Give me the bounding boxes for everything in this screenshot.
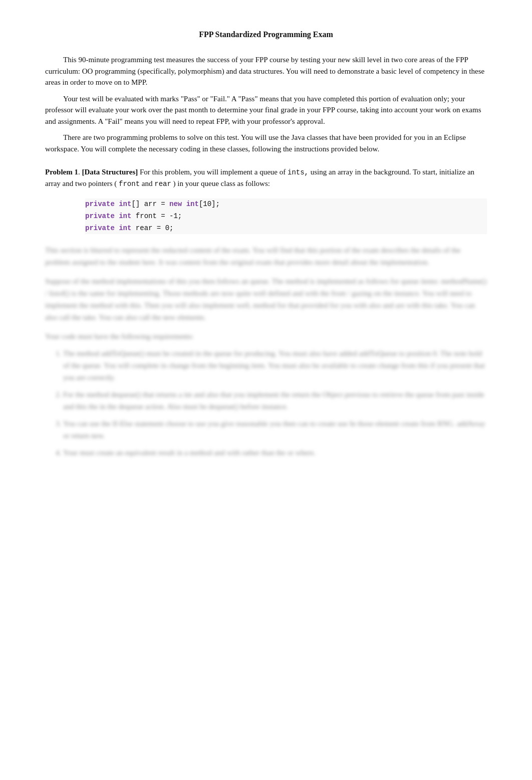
blurred-list-item-2: For the method dequeue() that returns a … (63, 388, 487, 413)
blurred-list-item-4: Your must create an equivalent result in… (63, 447, 487, 459)
problem1-tag: [Data Structures] (82, 168, 138, 176)
blurred-content: This section is blurred to represent the… (45, 244, 487, 459)
problem1-header: Problem 1. [Data Structures] For this pr… (45, 166, 487, 189)
blurred-list-item-1: The method addToQueue() must be created … (63, 347, 487, 383)
problem1-desc3: and (142, 179, 153, 187)
code-line-3: private int rear = 0; (85, 223, 487, 235)
problem1-desc4: ) in your queue class as follows: (173, 179, 270, 187)
problem1-number: Problem 1 (45, 168, 78, 176)
code-line-1: private int[] arr = new int[10]; (85, 199, 487, 211)
blurred-list-item-3: You can use the If-Else statement choose… (63, 418, 487, 442)
problem1-inline-code-2: front (119, 180, 140, 188)
blurred-list: The method addToQueue() must be created … (63, 347, 487, 459)
blurred-para-2: Suppose of the method implementations of… (45, 275, 487, 323)
problem1-desc: For this problem, you will implement a q… (140, 168, 286, 176)
code-line-2: private int front = -1; (85, 211, 487, 223)
blurred-para-1: This section is blurred to represent the… (45, 244, 487, 268)
intro-paragraph-1: This 90-minute programming test measures… (45, 54, 487, 88)
intro-paragraph-2: Your test will be evaluated with marks "… (45, 93, 487, 127)
code-block: private int[] arr = new int[10]; private… (85, 199, 487, 234)
problem1-inline-code-1: ints, (288, 168, 309, 176)
page-title: FPP Standardized Programming Exam (45, 30, 487, 39)
problem1-inline-code-3: rear (154, 180, 171, 188)
intro-paragraph-3: There are two programming problems to so… (45, 132, 487, 154)
blurred-label: Your code must have the following requir… (45, 330, 487, 342)
